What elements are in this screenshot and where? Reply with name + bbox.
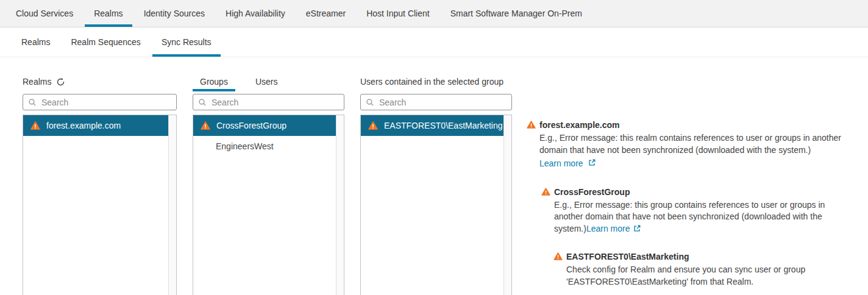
group-users-search-input[interactable] [379, 98, 507, 107]
group-list-item-label: EngineersWest [216, 141, 274, 151]
groups-users-tabs: Groups Users [193, 72, 344, 91]
search-icon [28, 98, 37, 107]
group-users-panel-header: Users contained in the selected group [360, 72, 512, 91]
user-list-item[interactable]: EASTFOREST0\EastMarketing [361, 115, 503, 136]
warning-block-title-row: CrossForestGroup [541, 187, 863, 198]
realm-list-item-label: forest.example.com [46, 121, 121, 130]
warning-block-group: CrossForestGroup E.g., Error message: th… [541, 187, 863, 235]
group-users-list: EASTFOREST0\EastMarketing [360, 115, 512, 295]
tab-identity-sources[interactable]: Identity Sources [135, 0, 214, 27]
tab-high-availability[interactable]: High Availability [216, 0, 294, 27]
group-users-search [360, 94, 512, 110]
groups-search-input[interactable] [212, 98, 339, 107]
group-users-panel-title: Users contained in the selected group [360, 77, 503, 87]
warning-block-message: E.g., Error message: this group contains… [541, 199, 863, 235]
group-list-item-label: CrossForestGroup [216, 121, 286, 130]
warning-icon [527, 121, 536, 129]
subtab-realms[interactable]: Realms [12, 27, 59, 57]
groups-list: CrossForestGroup EngineersWest [193, 115, 344, 295]
external-link-icon[interactable] [633, 225, 641, 235]
search-icon [366, 98, 374, 107]
warning-icon [368, 121, 378, 130]
secondary-nav: Realms Realm Sequences Sync Results [0, 27, 868, 57]
warning-icon [30, 121, 40, 130]
sync-warning-details: forest.example.com E.g., Error message: … [527, 119, 863, 295]
warning-icon [553, 252, 563, 260]
scrollbar[interactable] [336, 115, 344, 295]
realms-panel-title: Realms [23, 77, 51, 87]
tab-realms[interactable]: Realms [85, 0, 132, 27]
tab-users[interactable]: Users [248, 72, 285, 91]
tab-cloud-services[interactable]: Cloud Services [7, 0, 82, 27]
realms-search [23, 94, 177, 110]
search-icon [198, 98, 207, 107]
subtab-realm-sequences[interactable]: Realm Sequences [62, 27, 149, 57]
group-users-panel: Users contained in the selected group EA… [360, 72, 512, 295]
warning-block-title: forest.example.com [539, 119, 620, 131]
learn-more-link[interactable]: Learn more [586, 224, 630, 233]
warning-block-message: E.g., Error message: this realm contains… [527, 132, 863, 156]
tab-estreamer[interactable]: eStreamer [297, 0, 355, 27]
realm-list-item[interactable]: forest.example.com [23, 115, 168, 136]
groups-search [193, 94, 344, 110]
warning-block-title-row: EASTFOREST0\EastMarketing [553, 251, 863, 263]
primary-nav: Cloud Services Realms Identity Sources H… [0, 0, 868, 27]
group-list-item[interactable]: EngineersWest [193, 136, 336, 157]
realms-list: forest.example.com [23, 115, 177, 295]
tab-groups[interactable]: Groups [193, 72, 235, 91]
warning-icon [201, 121, 210, 130]
warning-block-title-row: forest.example.com [527, 119, 863, 131]
warning-icon [541, 188, 550, 196]
scrollbar[interactable] [168, 115, 176, 295]
refresh-icon [56, 77, 65, 87]
groups-panel: Groups Users CrossForestGroup EngineersW… [193, 72, 344, 295]
scrollbar[interactable] [503, 115, 511, 295]
warning-block-title: CrossForestGroup [554, 187, 630, 198]
subtab-sync-results[interactable]: Sync Results [152, 27, 221, 57]
realms-search-input[interactable] [41, 98, 171, 107]
warning-block-user: EASTFOREST0\EastMarketing Check config f… [553, 251, 863, 288]
warning-block-realm: forest.example.com E.g., Error message: … [527, 119, 863, 170]
learn-more-link[interactable]: Learn more [539, 158, 583, 170]
learn-more-row: Learn more [527, 158, 863, 170]
tab-smart-software-manager[interactable]: Smart Software Manager On-Prem [441, 0, 591, 27]
refresh-button[interactable] [56, 77, 65, 87]
group-list-item[interactable]: CrossForestGroup [193, 115, 336, 136]
tab-host-input-client[interactable]: Host Input Client [357, 0, 439, 27]
realms-panel: Realms forest.example.com [23, 72, 177, 295]
external-link-icon[interactable] [588, 158, 596, 169]
warning-block-message: Check config for Realm and ensure you ca… [553, 264, 863, 288]
warning-block-title: EASTFOREST0\EastMarketing [566, 251, 689, 263]
realms-panel-header: Realms [23, 72, 177, 91]
user-list-item-label: EASTFOREST0\EastMarketing [384, 121, 503, 130]
